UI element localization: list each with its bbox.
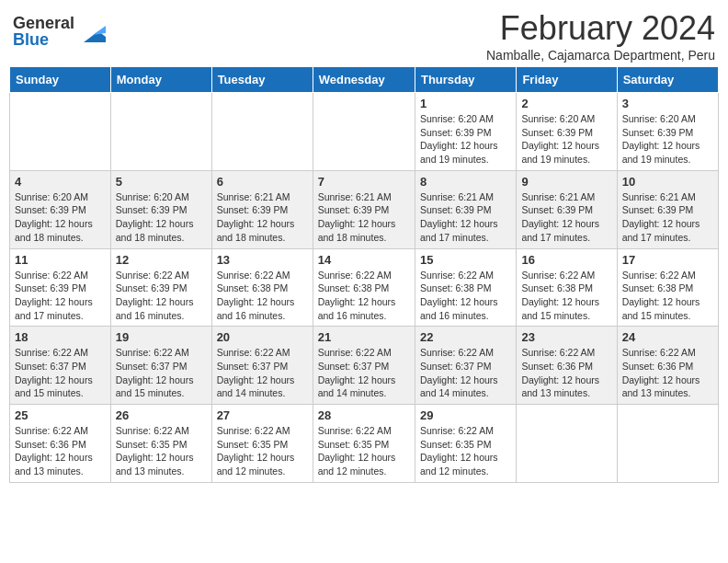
calendar-cell xyxy=(10,93,111,171)
day-number: 26 xyxy=(116,408,207,422)
day-info: Sunrise: 6:21 AMSunset: 6:39 PMDaylight:… xyxy=(622,190,713,245)
day-info: Sunrise: 6:21 AMSunset: 6:39 PMDaylight:… xyxy=(318,190,410,245)
day-info: Sunrise: 6:20 AMSunset: 6:39 PMDaylight:… xyxy=(116,190,207,245)
calendar-cell: 11Sunrise: 6:22 AMSunset: 6:39 PMDayligh… xyxy=(10,248,111,327)
calendar-week-row: 18Sunrise: 6:22 AMSunset: 6:37 PMDayligh… xyxy=(10,327,719,405)
calendar-cell: 22Sunrise: 6:22 AMSunset: 6:37 PMDayligh… xyxy=(415,327,516,405)
calendar-cell: 19Sunrise: 6:22 AMSunset: 6:37 PMDayligh… xyxy=(110,327,211,405)
col-saturday: Saturday xyxy=(617,67,718,93)
calendar-cell: 7Sunrise: 6:21 AMSunset: 6:39 PMDaylight… xyxy=(313,170,415,248)
calendar-cell xyxy=(617,405,718,483)
calendar-cell: 4Sunrise: 6:20 AMSunset: 6:39 PMDaylight… xyxy=(10,170,111,248)
day-number: 8 xyxy=(420,175,511,189)
day-number: 4 xyxy=(15,175,106,189)
col-wednesday: Wednesday xyxy=(313,67,415,93)
day-info: Sunrise: 6:22 AMSunset: 6:37 PMDaylight:… xyxy=(420,346,511,400)
day-number: 18 xyxy=(15,330,106,344)
day-number: 9 xyxy=(521,175,611,189)
day-info: Sunrise: 6:22 AMSunset: 6:38 PMDaylight:… xyxy=(521,269,611,323)
calendar-cell: 9Sunrise: 6:21 AMSunset: 6:39 PMDaylight… xyxy=(517,170,617,248)
calendar-cell: 6Sunrise: 6:21 AMSunset: 6:39 PMDaylight… xyxy=(211,170,313,248)
day-info: Sunrise: 6:22 AMSunset: 6:38 PMDaylight:… xyxy=(217,269,308,323)
day-info: Sunrise: 6:21 AMSunset: 6:39 PMDaylight:… xyxy=(521,190,611,245)
location-subtitle: Namballe, Cajamarca Department, Peru xyxy=(486,48,715,63)
calendar-cell: 2Sunrise: 6:20 AMSunset: 6:39 PMDaylight… xyxy=(517,93,617,171)
logo: General Blue xyxy=(13,15,106,48)
calendar-cell: 23Sunrise: 6:22 AMSunset: 6:36 PMDayligh… xyxy=(517,327,617,405)
svg-marker-1 xyxy=(93,26,106,35)
day-number: 19 xyxy=(116,330,207,344)
day-number: 1 xyxy=(420,97,511,110)
col-thursday: Thursday xyxy=(415,67,516,93)
calendar-cell: 18Sunrise: 6:22 AMSunset: 6:37 PMDayligh… xyxy=(10,327,111,405)
day-number: 14 xyxy=(318,253,410,267)
day-number: 27 xyxy=(217,408,308,422)
title-block: February 2024 Namballe, Cajamarca Depart… xyxy=(486,9,715,63)
day-number: 22 xyxy=(420,330,511,344)
day-info: Sunrise: 6:22 AMSunset: 6:39 PMDaylight:… xyxy=(116,269,207,323)
calendar-week-row: 25Sunrise: 6:22 AMSunset: 6:36 PMDayligh… xyxy=(10,405,719,483)
day-info: Sunrise: 6:21 AMSunset: 6:39 PMDaylight:… xyxy=(420,190,511,245)
day-number: 11 xyxy=(15,253,106,267)
calendar-cell: 10Sunrise: 6:21 AMSunset: 6:39 PMDayligh… xyxy=(617,170,718,248)
day-info: Sunrise: 6:20 AMSunset: 6:39 PMDaylight:… xyxy=(521,112,611,167)
day-info: Sunrise: 6:22 AMSunset: 6:38 PMDaylight:… xyxy=(318,269,410,323)
day-info: Sunrise: 6:22 AMSunset: 6:38 PMDaylight:… xyxy=(420,269,511,323)
day-info: Sunrise: 6:22 AMSunset: 6:35 PMDaylight:… xyxy=(217,424,308,478)
day-number: 25 xyxy=(15,408,106,422)
calendar-cell: 16Sunrise: 6:22 AMSunset: 6:38 PMDayligh… xyxy=(517,248,617,327)
day-info: Sunrise: 6:20 AMSunset: 6:39 PMDaylight:… xyxy=(420,112,511,167)
day-info: Sunrise: 6:22 AMSunset: 6:37 PMDaylight:… xyxy=(318,346,410,400)
day-number: 10 xyxy=(622,175,713,189)
calendar-cell: 27Sunrise: 6:22 AMSunset: 6:35 PMDayligh… xyxy=(211,405,313,483)
calendar-cell: 17Sunrise: 6:22 AMSunset: 6:38 PMDayligh… xyxy=(617,248,718,327)
calendar-cell: 14Sunrise: 6:22 AMSunset: 6:38 PMDayligh… xyxy=(313,248,415,327)
day-info: Sunrise: 6:20 AMSunset: 6:39 PMDaylight:… xyxy=(622,112,713,167)
calendar-header-row: Sunday Monday Tuesday Wednesday Thursday… xyxy=(10,67,719,93)
day-number: 28 xyxy=(318,408,410,422)
col-friday: Friday xyxy=(517,67,617,93)
day-number: 29 xyxy=(420,408,511,422)
day-number: 24 xyxy=(622,330,713,344)
calendar-cell: 5Sunrise: 6:20 AMSunset: 6:39 PMDaylight… xyxy=(110,170,211,248)
calendar-cell xyxy=(313,93,415,171)
day-info: Sunrise: 6:22 AMSunset: 6:36 PMDaylight:… xyxy=(622,346,713,400)
calendar-cell: 8Sunrise: 6:21 AMSunset: 6:39 PMDaylight… xyxy=(415,170,516,248)
day-info: Sunrise: 6:22 AMSunset: 6:35 PMDaylight:… xyxy=(420,424,511,478)
calendar-table: Sunday Monday Tuesday Wednesday Thursday… xyxy=(9,66,719,483)
day-number: 2 xyxy=(521,97,611,110)
day-info: Sunrise: 6:22 AMSunset: 6:39 PMDaylight:… xyxy=(15,269,106,323)
day-info: Sunrise: 6:20 AMSunset: 6:39 PMDaylight:… xyxy=(15,190,106,245)
day-number: 13 xyxy=(217,253,308,267)
calendar-cell: 15Sunrise: 6:22 AMSunset: 6:38 PMDayligh… xyxy=(415,248,516,327)
day-info: Sunrise: 6:22 AMSunset: 6:37 PMDaylight:… xyxy=(116,346,207,400)
calendar-cell: 26Sunrise: 6:22 AMSunset: 6:35 PMDayligh… xyxy=(110,405,211,483)
day-number: 23 xyxy=(521,330,611,344)
logo-icon xyxy=(76,17,106,46)
month-year-title: February 2024 xyxy=(486,9,715,48)
logo-general-text: General xyxy=(13,15,74,31)
day-info: Sunrise: 6:22 AMSunset: 6:35 PMDaylight:… xyxy=(116,424,207,478)
calendar-cell: 20Sunrise: 6:22 AMSunset: 6:37 PMDayligh… xyxy=(211,327,313,405)
calendar-cell xyxy=(110,93,211,171)
calendar-cell: 1Sunrise: 6:20 AMSunset: 6:39 PMDaylight… xyxy=(415,93,516,171)
calendar-week-row: 4Sunrise: 6:20 AMSunset: 6:39 PMDaylight… xyxy=(10,170,719,248)
calendar-week-row: 1Sunrise: 6:20 AMSunset: 6:39 PMDaylight… xyxy=(10,93,719,171)
col-sunday: Sunday xyxy=(10,67,111,93)
col-tuesday: Tuesday xyxy=(211,67,313,93)
day-info: Sunrise: 6:22 AMSunset: 6:35 PMDaylight:… xyxy=(318,424,410,478)
calendar-cell xyxy=(211,93,313,171)
day-info: Sunrise: 6:22 AMSunset: 6:38 PMDaylight:… xyxy=(622,269,713,323)
day-info: Sunrise: 6:22 AMSunset: 6:37 PMDaylight:… xyxy=(15,346,106,400)
day-number: 7 xyxy=(318,175,410,189)
day-number: 3 xyxy=(622,97,713,110)
calendar-cell: 24Sunrise: 6:22 AMSunset: 6:36 PMDayligh… xyxy=(617,327,718,405)
day-info: Sunrise: 6:22 AMSunset: 6:36 PMDaylight:… xyxy=(15,424,106,478)
day-number: 17 xyxy=(622,253,713,267)
calendar-week-row: 11Sunrise: 6:22 AMSunset: 6:39 PMDayligh… xyxy=(10,248,719,327)
calendar-cell xyxy=(517,405,617,483)
col-monday: Monday xyxy=(110,67,211,93)
calendar-cell: 29Sunrise: 6:22 AMSunset: 6:35 PMDayligh… xyxy=(415,405,516,483)
day-number: 5 xyxy=(116,175,207,189)
day-info: Sunrise: 6:21 AMSunset: 6:39 PMDaylight:… xyxy=(217,190,308,245)
